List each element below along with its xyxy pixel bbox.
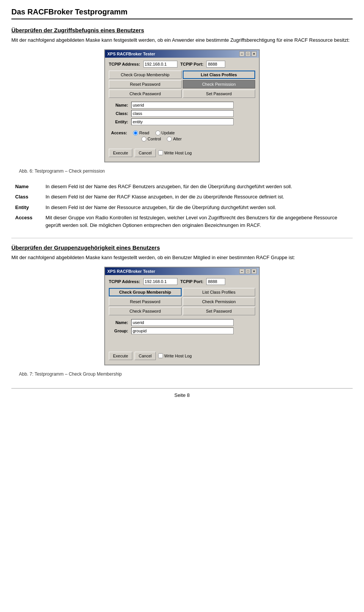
radio-control[interactable]: Control xyxy=(141,137,161,142)
entity-row: Entity: xyxy=(109,118,255,126)
set-password-button[interactable]: Set Password xyxy=(183,90,256,98)
dialog2-titlebar-buttons: – □ × xyxy=(239,269,257,274)
dialog2-title: XPS RACFBroker Tester xyxy=(107,269,155,274)
entity-input[interactable] xyxy=(131,118,234,125)
execute-button[interactable]: Execute xyxy=(109,149,132,157)
dialog1: XPS RACFBroker Tester – □ × TCPIP Addres… xyxy=(104,49,260,162)
dialog1-body: TCPIP Address: TCPIP Port: Check Group M… xyxy=(105,58,259,162)
dialog2-reset-password-button[interactable]: Reset Password xyxy=(109,297,182,306)
desc-row-name: Name In diesem Feld ist der Name des RAC… xyxy=(11,181,353,192)
descriptions-table: Name In diesem Feld ist der Name des RAC… xyxy=(11,181,353,231)
radio-update-input[interactable] xyxy=(155,131,160,135)
page-title: Das RACFBroker Testprogramm xyxy=(11,8,353,19)
check-group-button[interactable]: Check Group Membership xyxy=(109,71,182,79)
dialog2-write-host-log-item[interactable]: Write Host Log xyxy=(158,353,192,358)
dialog2-check-group-button[interactable]: Check Group Membership xyxy=(109,288,182,296)
page-footer: Seite 8 xyxy=(11,388,353,398)
class-input[interactable] xyxy=(131,110,234,117)
dialog2-write-host-log-checkbox[interactable] xyxy=(158,353,163,358)
maximize-button[interactable]: □ xyxy=(245,51,251,57)
radio-row2: Control Alter xyxy=(111,137,253,142)
dialog2-tcpip-row: TCPIP Address: TCPIP Port: xyxy=(109,278,255,285)
tcpip-port-label: TCPIP Port: xyxy=(180,62,204,66)
write-host-log-label: Write Host Log xyxy=(164,151,192,155)
access-label: Access: xyxy=(111,131,127,135)
dialog1-titlebar-buttons: – □ × xyxy=(239,51,257,57)
bottom-buttons: Execute Cancel Write Host Log xyxy=(109,147,255,159)
dialog2-tcpip-port-label: TCPIP Port: xyxy=(180,279,204,284)
check-password-button[interactable]: Check Password xyxy=(109,90,182,98)
dialog2-list-class-button[interactable]: List Class Profiles xyxy=(183,288,256,296)
radio-update-label: Update xyxy=(162,131,175,135)
dialog2-body: TCPIP Address: TCPIP Port: Check Group M… xyxy=(105,275,259,365)
radio-alter[interactable]: Alter xyxy=(167,137,182,142)
write-host-log-checkbox[interactable] xyxy=(158,150,163,155)
desc-row-class: Class In diesem Feld ist der Name der RA… xyxy=(11,192,353,202)
reset-password-button[interactable]: Reset Password xyxy=(109,80,182,88)
dialog2-group-input[interactable] xyxy=(131,327,234,334)
dialog2-tcpip-address-input[interactable] xyxy=(143,278,177,285)
entity-label: Entity: xyxy=(109,118,130,126)
form-table: Name: Class: Entity: xyxy=(109,101,255,126)
dialog2-titlebar: XPS RACFBroker Tester – □ × xyxy=(105,267,259,275)
radio-alter-label: Alter xyxy=(173,137,182,141)
dialog2-check-password-button[interactable]: Check Password xyxy=(109,307,182,315)
section1-intro: Mit der nachfolgend abgebildeten Maske k… xyxy=(11,36,353,44)
dialog2-write-host-log-label: Write Host Log xyxy=(164,354,192,358)
cancel-button[interactable]: Cancel xyxy=(135,149,156,157)
section2-intro: Mit der nachfolgend abgebildeten Maske k… xyxy=(11,254,353,261)
dialog2-minimize-button[interactable]: – xyxy=(239,269,245,274)
radio-read-label: Read xyxy=(139,131,149,135)
desc-term-entity: Entity xyxy=(11,202,42,213)
dialog1-titlebar: XPS RACFBroker Tester – □ × xyxy=(105,50,259,58)
dialog2-cancel-button[interactable]: Cancel xyxy=(135,352,156,360)
tcpip-address-label: TCPIP Address: xyxy=(109,62,140,66)
dialog2-maximize-button[interactable]: □ xyxy=(245,269,251,274)
minimize-button[interactable]: – xyxy=(239,51,245,57)
divider xyxy=(11,238,353,238)
dialog2-group-row: Group: xyxy=(109,327,255,335)
dialog2-execute-button[interactable]: Execute xyxy=(109,352,132,360)
tcpip-port-input[interactable] xyxy=(206,61,225,68)
dialog2-btn-grid: Check Group Membership List Class Profil… xyxy=(109,288,255,315)
dialog2-set-password-button[interactable]: Set Password xyxy=(183,307,256,315)
class-label: Class: xyxy=(109,109,130,118)
desc-text-access: Mit dieser Gruppe von Radio Kontrollen i… xyxy=(42,212,353,230)
dialog2-tcpip-address-label: TCPIP Address: xyxy=(109,279,140,284)
caption1: Abb. 6: Testprogramm – Check permission xyxy=(11,168,353,174)
dialog2-close-button[interactable]: × xyxy=(251,269,257,274)
dialog2-group-label: Group: xyxy=(109,327,130,335)
radio-update[interactable]: Update xyxy=(155,131,175,135)
dialog1-title: XPS RACFBroker Tester xyxy=(107,52,155,56)
name-input[interactable] xyxy=(131,102,234,109)
section2-heading: Überprüfen der Gruppenzugehörigkeit eine… xyxy=(11,244,353,251)
desc-text-name: In diesem Feld ist der Name des RACF Ben… xyxy=(42,181,353,192)
dialog2-check-permission-button[interactable]: Check Permission xyxy=(183,297,256,306)
dialog2-bottom-buttons: Execute Cancel Write Host Log xyxy=(109,350,255,362)
radio-read-input[interactable] xyxy=(133,131,138,135)
radio-control-label: Control xyxy=(147,137,161,141)
radio-control-input[interactable] xyxy=(141,137,146,142)
desc-term-name: Name xyxy=(11,181,42,192)
radio-row1: Access: Read Update xyxy=(111,131,253,135)
name-row: Name: xyxy=(109,101,255,109)
name-label: Name: xyxy=(109,101,130,109)
btn-grid: Check Group Membership List Class Profil… xyxy=(109,71,255,98)
list-class-button[interactable]: List Class Profiles xyxy=(183,71,256,79)
dialog2: XPS RACFBroker Tester – □ × TCPIP Addres… xyxy=(104,267,260,365)
access-radio-group: Access: Read Update Control Alter xyxy=(109,129,255,144)
close-button[interactable]: × xyxy=(251,51,257,57)
desc-row-entity: Entity In diesem Feld ist der Name der R… xyxy=(11,202,353,213)
dialog2-name-label: Name: xyxy=(109,318,130,327)
class-row: Class: xyxy=(109,109,255,118)
desc-text-entity: In diesem Feld ist der Name der Ressourc… xyxy=(42,202,353,213)
write-host-log-item[interactable]: Write Host Log xyxy=(158,150,192,155)
radio-alter-input[interactable] xyxy=(167,137,172,142)
check-permission-button[interactable]: Check Permission xyxy=(183,80,256,88)
dialog2-tcpip-port-input[interactable] xyxy=(206,278,225,285)
tcpip-address-input[interactable] xyxy=(143,61,177,68)
dialog2-name-input[interactable] xyxy=(131,319,234,326)
radio-read[interactable]: Read xyxy=(133,131,149,135)
desc-term-class: Class xyxy=(11,192,42,202)
dialog2-name-row: Name: xyxy=(109,318,255,327)
